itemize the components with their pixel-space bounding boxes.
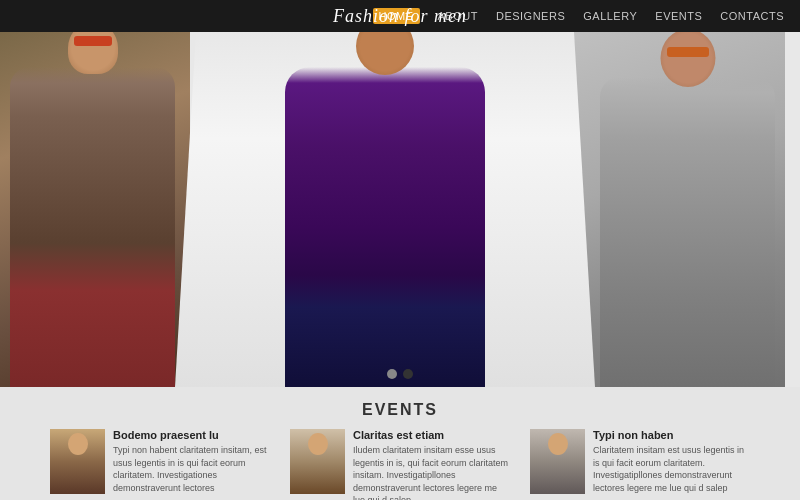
nav-events[interactable]: EVENTS [655,10,702,22]
hero-col-center [175,32,595,387]
nav-designers[interactable]: DESIGNERS [496,10,565,22]
event-title-2: Claritas est etiam [353,429,510,441]
events-title: EVENTS [20,401,780,419]
slider-dots [387,369,413,379]
event-card-3: Typi non haben Claritatem insitam est us… [530,429,750,500]
hero-person-right [600,77,775,387]
events-section: EVENTS Bodemo praesent lu Typi non haben… [0,387,800,500]
nav-gallery[interactable]: GALLERY [583,10,637,22]
event-text-3: Claritatem insitam est usus legentis in … [593,444,750,494]
site-logo: Fashion for men [333,6,467,27]
event-thumb-3 [530,429,585,494]
hero-person-center [285,67,485,387]
sunglasses-left [74,36,112,46]
hero-col-left [0,32,190,387]
event-thumb-1 [50,429,105,494]
events-grid: Bodemo praesent lu Typi non habent clari… [20,429,780,500]
event-text-2: Iludem claritatem insitam esse usus lege… [353,444,510,500]
hero-slider [0,32,800,387]
nav-contacts[interactable]: CONTACTS [720,10,784,22]
sunglasses-right [667,47,709,57]
event-content-1: Bodemo praesent lu Typi non habent clari… [113,429,270,500]
hero-person-left [10,67,175,387]
header: Fashion for men HOME ABOUT DESIGNERS GAL… [0,0,800,32]
event-card-1: Bodemo praesent lu Typi non habent clari… [50,429,270,500]
slider-dot-2[interactable] [403,369,413,379]
event-title-1: Bodemo praesent lu [113,429,270,441]
event-thumb-2 [290,429,345,494]
event-card-2: Claritas est etiam Iludem claritatem ins… [290,429,510,500]
slider-dot-1[interactable] [387,369,397,379]
event-title-3: Typi non haben [593,429,750,441]
event-text-1: Typi non habent claritatem insitam, est … [113,444,270,494]
event-content-2: Claritas est etiam Iludem claritatem ins… [353,429,510,500]
hero-col-right [565,32,785,387]
event-content-3: Typi non haben Claritatem insitam est us… [593,429,750,500]
